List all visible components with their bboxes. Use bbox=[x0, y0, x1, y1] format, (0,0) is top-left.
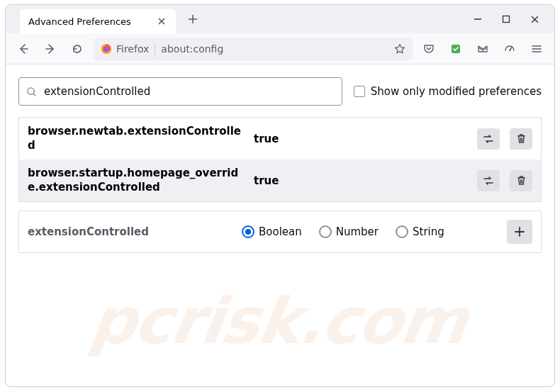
forward-button[interactable] bbox=[40, 38, 61, 60]
type-radio-group: Boolean Number String bbox=[242, 225, 444, 238]
radio-label: String bbox=[413, 225, 444, 238]
firefox-label: Firefox bbox=[116, 43, 149, 55]
address-bar[interactable]: Firefox about:config bbox=[94, 38, 413, 60]
url-text: about:config bbox=[161, 43, 388, 55]
svg-rect-0 bbox=[503, 16, 510, 23]
close-tab-icon[interactable] bbox=[156, 16, 167, 27]
preferences-table: browser.newtab.extensionControlled true … bbox=[18, 117, 542, 202]
pref-row: browser.startup.homepage_override.extens… bbox=[19, 159, 541, 201]
search-value: extensionControlled bbox=[44, 85, 150, 98]
add-pref-button[interactable] bbox=[507, 220, 532, 244]
radio-boolean[interactable]: Boolean bbox=[242, 225, 302, 238]
pref-actions bbox=[477, 170, 532, 191]
about-config-content: extensionControlled Show only modified p… bbox=[6, 65, 554, 386]
new-pref-row: extensionControlled Boolean Number Strin… bbox=[18, 211, 542, 253]
radio-label: Number bbox=[336, 225, 379, 238]
search-row: extensionControlled Show only modified p… bbox=[18, 77, 542, 106]
tab-bar: Advanced Preferences bbox=[6, 5, 554, 33]
pref-row: browser.newtab.extensionControlled true bbox=[19, 118, 541, 159]
firefox-identity: Firefox bbox=[101, 43, 149, 55]
radio-number[interactable]: Number bbox=[319, 225, 379, 238]
delete-button[interactable] bbox=[510, 128, 532, 150]
maximize-button[interactable] bbox=[500, 15, 512, 23]
separator bbox=[155, 43, 155, 55]
search-input[interactable]: extensionControlled bbox=[18, 77, 342, 106]
firefox-logo-icon bbox=[101, 43, 112, 55]
pocket-icon[interactable] bbox=[418, 38, 439, 60]
svg-point-4 bbox=[509, 50, 510, 51]
search-icon bbox=[26, 86, 37, 97]
window-controls bbox=[472, 15, 554, 24]
radio-label: Boolean bbox=[259, 225, 302, 238]
radio-string[interactable]: String bbox=[396, 225, 444, 238]
browser-toolbar: Firefox about:config bbox=[6, 33, 554, 65]
dashboard-icon[interactable] bbox=[499, 38, 520, 60]
new-pref-name: extensionControlled bbox=[28, 225, 233, 238]
delete-button[interactable] bbox=[510, 170, 532, 191]
checkbox-icon bbox=[354, 86, 365, 97]
radio-icon bbox=[242, 225, 254, 238]
watermark: pcrisk.com bbox=[86, 284, 471, 358]
pref-value: true bbox=[254, 174, 303, 187]
browser-tab[interactable]: Advanced Preferences bbox=[20, 9, 176, 33]
pref-name: browser.newtab.extensionControlled bbox=[28, 125, 244, 152]
pref-value: true bbox=[254, 133, 303, 145]
extension-icon[interactable] bbox=[445, 38, 466, 60]
new-tab-button[interactable] bbox=[183, 9, 203, 29]
toggle-button[interactable] bbox=[477, 170, 500, 191]
show-modified-checkbox[interactable]: Show only modified preferences bbox=[354, 85, 542, 98]
radio-icon bbox=[396, 225, 408, 238]
radio-icon bbox=[319, 225, 332, 238]
browser-window: Advanced Preferences bbox=[5, 4, 555, 387]
bookmark-star-icon[interactable] bbox=[394, 43, 405, 55]
back-button[interactable] bbox=[13, 38, 34, 60]
reload-button[interactable] bbox=[67, 38, 88, 60]
minimize-button[interactable] bbox=[472, 15, 483, 23]
pref-name: browser.startup.homepage_override.extens… bbox=[28, 167, 244, 194]
checkbox-label: Show only modified preferences bbox=[371, 85, 542, 98]
pref-actions bbox=[477, 128, 532, 150]
tab-title: Advanced Preferences bbox=[28, 16, 150, 27]
menu-button[interactable] bbox=[526, 38, 547, 60]
toggle-button[interactable] bbox=[477, 128, 500, 150]
mail-icon[interactable] bbox=[472, 38, 493, 60]
close-window-button[interactable] bbox=[529, 15, 540, 24]
